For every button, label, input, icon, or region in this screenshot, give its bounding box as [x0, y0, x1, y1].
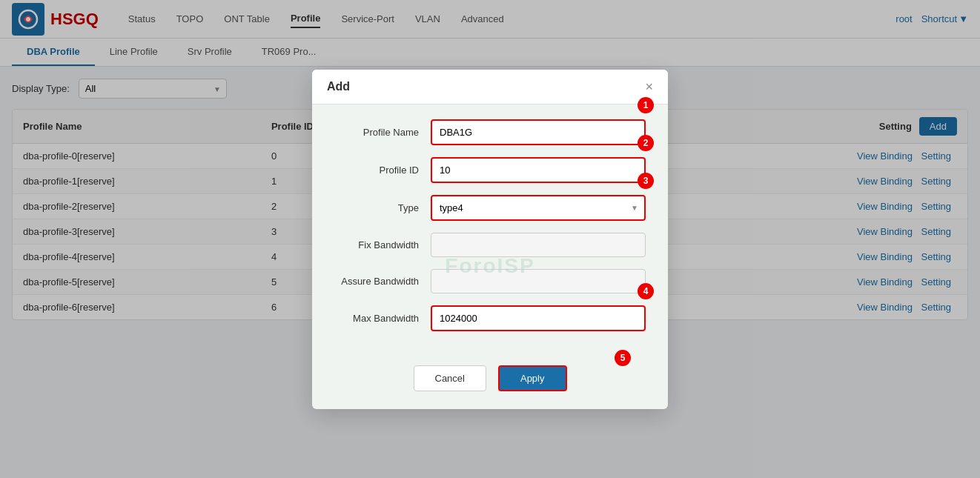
max-bw-label: Max Bandwidth: [334, 313, 431, 324]
fix-bw-label: Fix Bandwidth: [334, 239, 431, 250]
profile-id-row: Profile ID 2: [334, 157, 646, 183]
profile-id-input[interactable]: [431, 157, 646, 183]
max-bw-input[interactable]: [431, 305, 646, 331]
profile-id-label: Profile ID: [334, 165, 431, 176]
profile-id-input-wrap: 2: [431, 157, 646, 183]
type-select-wrap: 3 type1 type2 type3 type4 type5: [431, 195, 646, 221]
modal-overlay: Add × Profile Name 1 Profile ID 2: [0, 0, 980, 332]
assure-bw-label: Assure Bandwidth: [334, 276, 431, 287]
max-bw-row: Max Bandwidth 4: [334, 305, 646, 331]
modal-title: Add: [327, 80, 350, 93]
profile-name-row: Profile Name 1: [334, 119, 646, 145]
add-modal: Add × Profile Name 1 Profile ID 2: [312, 70, 668, 333]
fix-bw-input-wrap: [431, 233, 646, 257]
type-row: Type 3 type1 type2 type3 type4 type5: [334, 195, 646, 221]
modal-header: Add ×: [312, 70, 668, 104]
assure-bw-input-wrap: [431, 269, 646, 293]
assure-bw-input[interactable]: [431, 269, 646, 293]
fix-bw-row: Fix Bandwidth: [334, 233, 646, 257]
profile-name-input[interactable]: [431, 119, 646, 145]
badge-3: 3: [638, 173, 654, 189]
modal-body: Profile Name 1 Profile ID 2 Type 3: [312, 104, 668, 333]
max-bw-input-wrap: 4: [431, 305, 646, 331]
type-select[interactable]: type1 type2 type3 type4 type5: [431, 195, 646, 221]
fix-bw-input[interactable]: [431, 233, 646, 257]
modal-close-button[interactable]: ×: [645, 80, 653, 93]
profile-name-label: Profile Name: [334, 127, 431, 138]
assure-bw-row: Assure Bandwidth: [334, 269, 646, 293]
badge-4: 4: [638, 283, 654, 299]
type-label: Type: [334, 202, 431, 213]
badge-2: 2: [638, 135, 654, 151]
badge-1: 1: [638, 97, 654, 113]
profile-name-input-wrap: 1: [431, 119, 646, 145]
